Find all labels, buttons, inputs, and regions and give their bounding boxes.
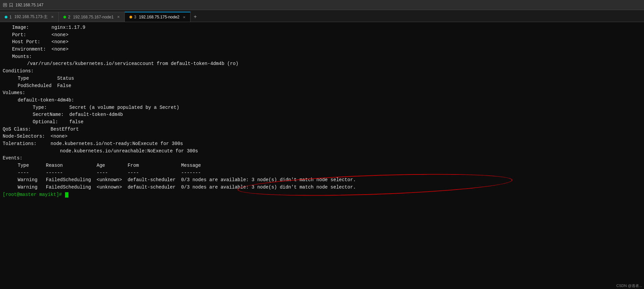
terminal-line-6: /var/run/secrets/kubernetes.io/serviceac…: [3, 60, 641, 68]
terminal-line-2: Port: <none>: [3, 31, 641, 39]
terminal-line-14: Optional: false: [3, 119, 641, 126]
terminal-line-1: Image: nginx:1.17.9: [3, 24, 641, 31]
terminal-line-12: Type: Secret (a volume populated by a Se…: [3, 104, 641, 112]
bookmark-icon: [9, 3, 13, 7]
terminal-line-3: Host Port: <none>: [3, 39, 641, 46]
terminal-line-5: Mounts:: [3, 53, 641, 61]
terminal-prompt: [root@master mayikt]#: [3, 191, 65, 199]
terminal-line-10: Volumes:: [3, 89, 641, 97]
terminal-line-9: PodScheduled False: [3, 82, 641, 90]
tab-label-3: 192.168.75.175-node2: [139, 15, 179, 19]
tab-1[interactable]: 1 192.168.75.173-主 ✕: [0, 12, 59, 22]
title-bar-icons: [3, 3, 13, 7]
tab-close-3[interactable]: ✕: [183, 15, 185, 19]
tab-number-1: 1: [9, 15, 12, 19]
terminal-prompt-line: [root@master mayikt]#: [3, 191, 641, 199]
svg-rect-2: [4, 5, 6, 6]
tab-number-3: 3: [134, 15, 137, 19]
tab-dot-3: [129, 16, 132, 18]
tab-label-2: 192.168.75.167-node1: [73, 15, 114, 19]
terminal-warning-line-1: Warning FailedScheduling <unknown> defau…: [3, 176, 641, 184]
terminal-line-4: Environment: <none>: [3, 46, 641, 53]
terminal-line-11: default-token-4dm4b:: [3, 97, 641, 104]
page-icon: [3, 3, 7, 7]
status-bar: CSDN @逃者...: [614, 283, 644, 289]
tab-label-1: 192.168.75.173-主: [14, 14, 48, 20]
tab-2[interactable]: 2 192.168.75.167-node1 ✕: [59, 12, 124, 22]
tab-dot-2: [63, 16, 66, 18]
tab-close-1[interactable]: ✕: [51, 15, 54, 19]
terminal-content: Image: nginx:1.17.9 Port: <none> Host Po…: [0, 22, 644, 289]
svg-rect-1: [4, 4, 6, 5]
tab-close-2[interactable]: ✕: [117, 15, 120, 19]
tab-number-2: 2: [68, 15, 70, 19]
terminal-cursor: [65, 192, 68, 198]
terminal-line-8: Type Status: [3, 75, 641, 82]
terminal-line-15: QoS Class: BestEffort: [3, 126, 641, 133]
terminal-line-19: Events:: [3, 155, 641, 162]
window-title: 192.168.75.147: [15, 3, 43, 7]
add-tab-button[interactable]: +: [191, 12, 200, 22]
terminal-line-13: SecretName: default-token-4dm4b: [3, 111, 641, 119]
title-bar: 192.168.75.147: [0, 0, 644, 10]
terminal-events-header: Type Reason Age From Message: [3, 162, 641, 169]
tab-bar: 1 192.168.75.173-主 ✕ 2 192.168.75.167-no…: [0, 10, 644, 22]
terminal-line-18: node.kubernetes.io/unreachable:NoExecute…: [3, 148, 641, 155]
terminal-line-17: Tolerations: node.kubernetes.io/not-read…: [3, 140, 641, 148]
terminal-line-16: Node-Selectors: <none>: [3, 133, 641, 140]
terminal-warning-line-2: Warning FailedScheduling <unknown> defau…: [3, 184, 641, 191]
terminal-line-7: Conditions:: [3, 68, 641, 75]
tab-dot-1: [5, 16, 7, 18]
tab-3[interactable]: 3 192.168.75.175-node2 ✕: [125, 12, 191, 22]
terminal-events-divider: ---- ------ ---- ---- -------: [3, 169, 641, 177]
